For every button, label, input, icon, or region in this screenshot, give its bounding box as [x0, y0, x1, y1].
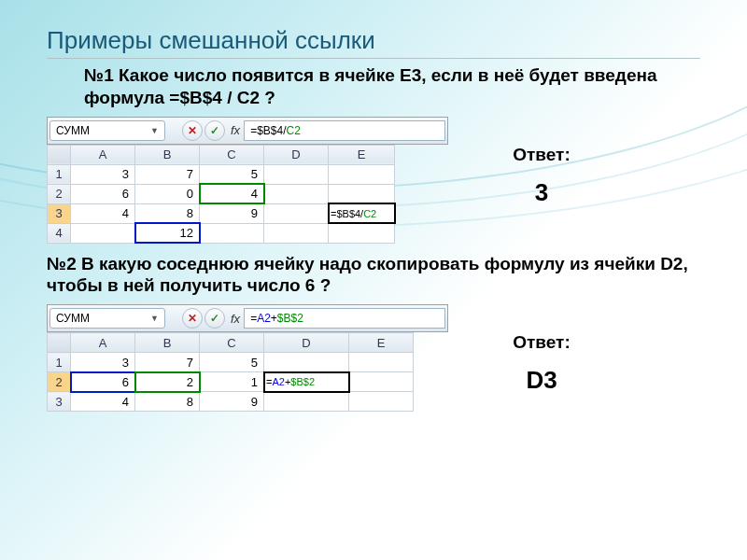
col-header[interactable]: D — [264, 145, 329, 164]
col-header[interactable]: B — [135, 145, 200, 164]
cell[interactable] — [264, 164, 329, 184]
page-title: Примеры смешанной ссылки — [47, 26, 700, 59]
cell[interactable]: 0 — [135, 184, 200, 203]
cell[interactable]: 3 — [71, 164, 135, 184]
cell[interactable]: 6 — [71, 184, 135, 203]
cell[interactable] — [329, 184, 395, 203]
col-header[interactable]: B — [135, 333, 200, 353]
cell[interactable] — [329, 164, 395, 184]
row-header[interactable]: 4 — [48, 223, 71, 243]
cell[interactable] — [349, 372, 414, 392]
answer-value: D3 — [486, 366, 598, 395]
cell-d2-editing[interactable]: =A2+$B$2 — [264, 372, 349, 392]
col-header[interactable]: E — [349, 333, 414, 353]
name-box[interactable]: СУММ ▼ — [49, 120, 165, 141]
cell[interactable] — [349, 392, 414, 412]
spreadsheet-grid[interactable]: A B C D E 1 3 7 5 2 6 2 — [47, 332, 414, 412]
cell[interactable]: 9 — [200, 392, 264, 412]
formula-bar[interactable]: =A2+$B$2 — [244, 308, 445, 329]
cell[interactable]: 5 — [200, 353, 264, 372]
cell-e3-editing[interactable]: =$B$4/C2 — [329, 203, 395, 223]
question-1-text: №1 Какое число появится в ячейке E3, есл… — [84, 64, 700, 109]
formula-text: =$B$4/ — [250, 124, 286, 137]
name-box-text: СУММ — [56, 124, 90, 137]
cell[interactable] — [329, 223, 395, 243]
fx-label[interactable]: fx — [231, 312, 240, 326]
answer-value: 3 — [486, 178, 598, 207]
cell[interactable] — [264, 392, 349, 412]
cell[interactable]: 4 — [71, 392, 135, 412]
cell[interactable] — [200, 223, 264, 243]
col-header[interactable]: A — [71, 333, 135, 353]
name-box-text: СУММ — [56, 312, 90, 325]
formula-ref: C2 — [287, 124, 301, 137]
select-all-corner[interactable] — [48, 333, 71, 353]
row-header[interactable]: 2 — [48, 184, 71, 203]
row-header[interactable]: 1 — [48, 353, 71, 372]
cell-a2[interactable]: 6 — [71, 372, 135, 392]
row-header[interactable]: 3 — [48, 203, 71, 223]
cell[interactable]: 5 — [200, 164, 264, 184]
cell[interactable] — [264, 223, 329, 243]
row-header[interactable]: 2 — [48, 372, 71, 392]
cell[interactable]: 4 — [71, 203, 135, 223]
answer-label: Ответ: — [486, 332, 598, 353]
answer-1: Ответ: 3 — [486, 145, 598, 207]
cell[interactable]: 9 — [200, 203, 264, 223]
dropdown-icon[interactable]: ▼ — [150, 126, 159, 135]
cell[interactable]: 7 — [135, 164, 200, 184]
cancel-icon[interactable]: ✕ — [182, 120, 203, 141]
select-all-corner[interactable] — [48, 145, 71, 164]
excel-snippet-1: СУММ ▼ ✕ ✓ fx =$B$4/C2 A B C D — [47, 117, 448, 244]
col-header[interactable]: D — [264, 333, 349, 353]
row-header[interactable]: 1 — [48, 164, 71, 184]
spreadsheet-grid[interactable]: A B C D E 1 3 7 5 2 6 0 — [47, 145, 395, 244]
cell[interactable]: 8 — [135, 203, 200, 223]
formula-bar[interactable]: =$B$4/C2 — [244, 120, 445, 141]
cell[interactable]: 1 — [200, 372, 264, 392]
col-header[interactable]: C — [200, 145, 264, 164]
cell[interactable] — [264, 203, 329, 223]
enter-icon[interactable]: ✓ — [204, 120, 225, 141]
fx-label[interactable]: fx — [231, 123, 240, 137]
col-header[interactable]: A — [71, 145, 135, 164]
col-header[interactable]: C — [200, 333, 264, 353]
col-header[interactable]: E — [329, 145, 395, 164]
cell[interactable] — [349, 353, 414, 372]
dropdown-icon[interactable]: ▼ — [150, 314, 159, 323]
cell[interactable]: 8 — [135, 392, 200, 412]
cell-b2[interactable]: 2 — [135, 372, 200, 392]
row-header[interactable]: 3 — [48, 392, 71, 412]
cell-c2[interactable]: 4 — [200, 184, 264, 203]
cell-b4[interactable]: 12 — [135, 223, 200, 243]
cell[interactable]: 7 — [135, 353, 200, 372]
cancel-icon[interactable]: ✕ — [182, 308, 203, 329]
cell[interactable] — [71, 223, 135, 243]
question-2-text: №2 В какую соседнюю ячейку надо скопиров… — [47, 253, 700, 298]
answer-label: Ответ: — [486, 145, 598, 165]
cell[interactable]: 3 — [71, 353, 135, 372]
answer-2: Ответ: D3 — [486, 332, 598, 395]
excel-snippet-2: СУММ ▼ ✕ ✓ fx =A2+$B$2 A B C D — [47, 304, 448, 412]
cell[interactable] — [264, 353, 349, 372]
cell[interactable] — [264, 184, 329, 203]
name-box[interactable]: СУММ ▼ — [49, 308, 165, 329]
enter-icon[interactable]: ✓ — [204, 308, 225, 329]
